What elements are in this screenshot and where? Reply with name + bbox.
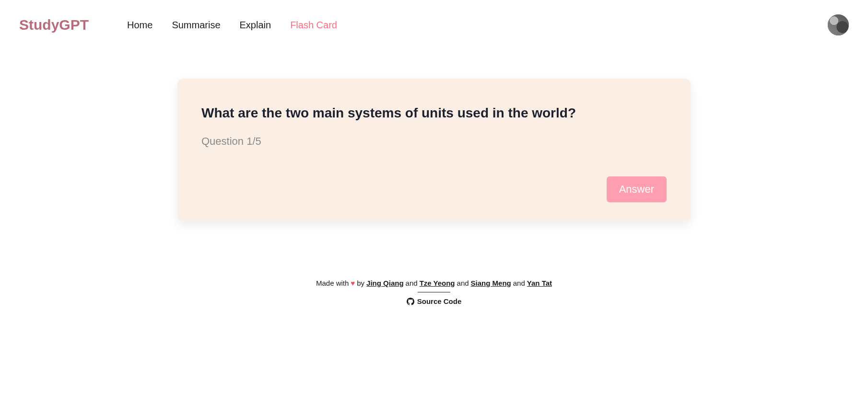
github-icon [407,298,414,305]
card-actions: Answer [201,176,667,202]
author-link-4[interactable]: Yan Tat [527,279,552,287]
nav-flashcard[interactable]: Flash Card [290,20,337,31]
nav-explain[interactable]: Explain [240,20,271,31]
footer-credits: Made with ♥ by Jing Qiang and Tze Yeong … [10,279,858,287]
answer-button[interactable]: Answer [607,176,667,202]
author-link-2[interactable]: Tze Yeong [420,279,455,287]
footer-divider [418,292,450,292]
flashcard: What are the two main systems of units u… [177,79,691,221]
footer: Made with ♥ by Jing Qiang and Tze Yeong … [0,241,868,325]
question-text: What are the two main systems of units u… [201,105,667,121]
and-text-1: and [406,279,418,287]
author-link-3[interactable]: Siang Meng [471,279,511,287]
question-progress: Question 1/5 [201,135,667,148]
source-code-text: Source Code [417,297,462,305]
made-with-text: Made with [316,279,349,287]
and-text-3: and [513,279,525,287]
app-logo[interactable]: StudyGPT [19,17,89,33]
main: What are the two main systems of units u… [0,50,868,241]
header: StudyGPT Home Summarise Explain Flash Ca… [0,0,868,50]
author-link-1[interactable]: Jing Qiang [366,279,404,287]
nav-home[interactable]: Home [127,20,152,31]
and-text-2: and [457,279,469,287]
source-code-line[interactable]: Source Code [10,297,858,305]
nav-summarise[interactable]: Summarise [172,20,220,31]
main-nav: Home Summarise Explain Flash Card [127,20,337,31]
by-text: by [357,279,364,287]
heart-icon: ♥ [351,279,355,287]
header-left: StudyGPT Home Summarise Explain Flash Ca… [19,17,337,33]
avatar[interactable] [828,14,849,35]
